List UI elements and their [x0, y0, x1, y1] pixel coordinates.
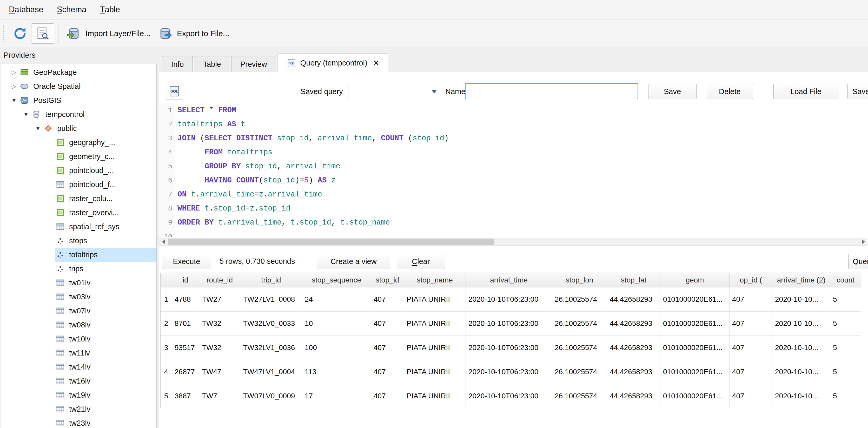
- result-cell[interactable]: 407: [730, 360, 772, 384]
- sql-window-button[interactable]: [31, 23, 54, 44]
- result-cell[interactable]: PIATA UNIRII: [404, 312, 466, 336]
- tree-item-geography[interactable]: geography_...: [1, 135, 156, 149]
- result-cell[interactable]: 2020-10-10...: [772, 287, 830, 312]
- result-cell[interactable]: TW7: [199, 384, 240, 408]
- tree-item-raster-colu[interactable]: raster_colu...: [1, 191, 156, 206]
- result-cell[interactable]: 407: [371, 287, 404, 312]
- column-header-geom[interactable]: geom: [660, 273, 730, 287]
- create-view-button[interactable]: Create a view: [317, 254, 390, 269]
- result-cell[interactable]: 5: [830, 384, 861, 408]
- column-header-count[interactable]: count: [830, 273, 861, 287]
- result-cell[interactable]: 26.10025574: [552, 360, 607, 384]
- query-history-button[interactable]: Query History: [848, 254, 868, 269]
- tree-item-tw03lv[interactable]: tw03lv: [1, 290, 156, 304]
- tree-item-tw23lv[interactable]: tw23lv: [1, 416, 156, 428]
- menu-table[interactable]: Table: [93, 0, 127, 19]
- saved-query-combobox[interactable]: [348, 84, 441, 99]
- result-cell[interactable]: PIATA UNIRII: [404, 336, 466, 360]
- result-cell[interactable]: 407: [730, 336, 772, 360]
- load-file-button[interactable]: Load File: [773, 84, 838, 99]
- execute-button[interactable]: Execute: [162, 254, 211, 269]
- result-cell[interactable]: TW27LV1_0008: [240, 287, 302, 312]
- tree-item-totaltrips[interactable]: totaltrips: [1, 248, 156, 262]
- tab-info[interactable]: Info: [162, 56, 193, 72]
- save-button[interactable]: Save: [648, 84, 696, 99]
- result-cell[interactable]: 93517: [172, 336, 199, 360]
- close-icon[interactable]: ✕: [373, 59, 379, 67]
- row-number[interactable]: 3: [160, 336, 172, 360]
- result-cell[interactable]: 5: [830, 336, 861, 360]
- tab-preview[interactable]: Preview: [231, 56, 276, 72]
- result-cell[interactable]: 44.42658293: [607, 312, 660, 336]
- tree-item-tw11lv[interactable]: tw11lv: [1, 346, 156, 360]
- tab-table[interactable]: Table: [194, 56, 230, 72]
- result-cell[interactable]: PIATA UNIRII: [404, 287, 466, 312]
- save-as-file-button[interactable]: Save As File: [847, 84, 868, 99]
- column-header-stop-sequence[interactable]: stop_sequence: [302, 273, 371, 287]
- tree-item-stops[interactable]: stops: [1, 234, 156, 248]
- import-layer-button[interactable]: Import Layer/File...: [63, 22, 154, 45]
- tree-item-tw21lv[interactable]: tw21lv: [1, 402, 156, 416]
- column-header-arrival-time[interactable]: arrival_time: [466, 273, 552, 287]
- column-header-arrival-time-2[interactable]: arrival_time (2): [772, 273, 830, 287]
- expander-icon[interactable]: ▾: [9, 93, 19, 107]
- tree-item-geometry-c[interactable]: geometry_c...: [1, 149, 156, 163]
- expander-icon[interactable]: ▷: [9, 65, 19, 79]
- result-cell[interactable]: TW32LV1_0036: [240, 336, 302, 360]
- scroll-right-icon[interactable]: [859, 238, 867, 245]
- result-cell[interactable]: TW27: [199, 287, 240, 312]
- result-cell[interactable]: 44.42658293: [607, 384, 660, 408]
- column-header-stop-lon[interactable]: stop_lon: [552, 273, 607, 287]
- result-cell[interactable]: 2020-10-10...: [772, 384, 830, 408]
- result-cell[interactable]: 3887: [172, 384, 199, 408]
- tree-item-tw14lv[interactable]: tw14lv: [1, 360, 156, 374]
- result-cell[interactable]: 26.10025574: [552, 384, 607, 408]
- tree-item-tw16lv[interactable]: tw16lv: [1, 374, 156, 388]
- column-header-id[interactable]: id: [172, 273, 199, 287]
- result-cell[interactable]: 5: [830, 312, 861, 336]
- result-cell[interactable]: 407: [371, 336, 404, 360]
- result-cell[interactable]: 2020-10-10...: [772, 360, 830, 384]
- menu-database[interactable]: Database: [2, 0, 50, 19]
- column-header-trip-id[interactable]: trip_id: [240, 273, 302, 287]
- result-cell[interactable]: TW32: [199, 336, 240, 360]
- row-number[interactable]: 5: [160, 384, 172, 408]
- result-cell[interactable]: 4788: [172, 287, 199, 312]
- tree-item-pointcloud[interactable]: pointcloud_...: [1, 163, 156, 178]
- result-cell[interactable]: 5: [830, 360, 861, 384]
- name-input[interactable]: [465, 83, 638, 99]
- tab-query[interactable]: SQL Query (tempcontrol) ✕: [277, 54, 388, 72]
- expander-icon[interactable]: ▷: [9, 79, 19, 93]
- result-cell[interactable]: 2020-10-10...: [772, 312, 830, 336]
- result-cell[interactable]: 44.42658293: [607, 336, 660, 360]
- result-cell[interactable]: PIATA UNIRII: [404, 384, 466, 408]
- tree-item-tw01lv[interactable]: tw01lv: [1, 276, 156, 290]
- delete-button[interactable]: Delete: [707, 84, 753, 99]
- tree-item-geopackage[interactable]: ▷GeoPackage: [1, 65, 156, 79]
- expander-icon[interactable]: ▾: [21, 107, 31, 121]
- result-cell[interactable]: 26877: [172, 360, 199, 384]
- tree-item-trips[interactable]: trips: [1, 262, 156, 276]
- result-cell[interactable]: TW32: [199, 312, 240, 336]
- result-cell[interactable]: 407: [371, 384, 404, 408]
- result-cell[interactable]: 44.42658293: [607, 360, 660, 384]
- tree-item-spatial-ref-sys[interactable]: spatial_ref_sys: [1, 220, 156, 234]
- result-cell[interactable]: 0101000020E61...: [660, 287, 730, 312]
- editor-horizontal-scrollbar[interactable]: [159, 238, 867, 246]
- result-cell[interactable]: TW47LV1_0004: [240, 360, 302, 384]
- result-cell[interactable]: TW32LV0_0033: [240, 312, 302, 336]
- column-header-stop-id[interactable]: stop_id: [371, 273, 404, 287]
- tree-item-tw10lv[interactable]: tw10lv: [1, 332, 156, 346]
- tree-item-tw07lv[interactable]: tw07lv: [1, 304, 156, 318]
- result-cell[interactable]: 407: [730, 287, 772, 312]
- result-cell[interactable]: 2020-10-10T06:23:00: [466, 312, 552, 336]
- menu-schema[interactable]: Schema: [50, 0, 93, 19]
- result-cell[interactable]: 2020-10-10...: [772, 336, 830, 360]
- row-number-header[interactable]: [160, 273, 172, 287]
- scroll-left-icon[interactable]: [159, 238, 167, 245]
- result-cell[interactable]: 2020-10-10T06:23:00: [466, 360, 552, 384]
- result-cell[interactable]: 0101000020E61...: [660, 384, 730, 408]
- column-header-stop-name[interactable]: stop_name: [404, 273, 466, 287]
- result-cell[interactable]: 0101000020E61...: [660, 336, 730, 360]
- row-number[interactable]: 1: [160, 287, 172, 312]
